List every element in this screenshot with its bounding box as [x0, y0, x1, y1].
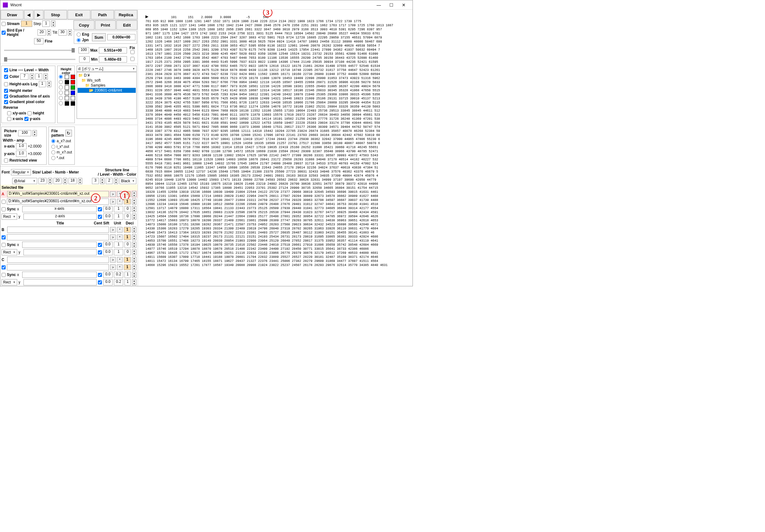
drive-combo[interactable]: d: [ボリューム]▼: [77, 66, 137, 72]
picsize-spinner[interactable]: ▲▼: [33, 130, 37, 136]
hlog-spinner[interactable]: ▲▼: [47, 81, 51, 87]
jpn-radio[interactable]: [77, 38, 81, 42]
c-y-d[interactable]: 1: [125, 279, 131, 285]
b-y-d[interactable]: 0: [125, 249, 131, 255]
b-x-chk[interactable]: [98, 243, 102, 247]
restricted-view-checkbox[interactable]: [4, 158, 8, 162]
c-deci-spinner[interactable]: ▲▼: [132, 257, 136, 263]
a-y-chk[interactable]: [98, 215, 102, 219]
a-x-cs[interactable]: 0.0: [103, 206, 113, 212]
next-button[interactable]: ▶: [34, 10, 43, 19]
a-x-axis[interactable]: x-axis: [22, 206, 97, 212]
sync-b-checkbox[interactable]: [2, 243, 6, 247]
font-s3[interactable]: 18: [69, 178, 77, 184]
s3-spinner[interactable]: ▲▼: [78, 178, 82, 184]
a2-star-button[interactable]: *: [117, 199, 123, 204]
hc-radio-0[interactable]: [59, 75, 63, 79]
file-b2-checkbox[interactable]: [2, 235, 6, 239]
colorw-spinner[interactable]: ▲▼: [43, 74, 48, 80]
eng-radio[interactable]: [77, 33, 81, 37]
hmeter-checkbox[interactable]: [4, 89, 8, 93]
replica-button[interactable]: Replica: [115, 10, 137, 19]
l1-spinner[interactable]: ▲▼: [100, 178, 105, 184]
colorv-spinner[interactable]: ▲▼: [30, 74, 34, 80]
c-y-chk[interactable]: [98, 280, 102, 284]
sum-button[interactable]: Sum: [92, 33, 106, 41]
birdeye-checkbox[interactable]: [2, 31, 6, 35]
b2-deci-spinner[interactable]: ▲▼: [132, 234, 136, 240]
hlog-v[interactable]: 1: [39, 81, 46, 87]
file-c2-checkbox[interactable]: [2, 265, 6, 269]
line-checkbox[interactable]: [4, 68, 8, 72]
stream-value[interactable]: 1: [21, 21, 32, 27]
sync-c-checkbox[interactable]: [2, 273, 6, 277]
a-y-d[interactable]: 0: [125, 213, 131, 220]
c2-deci[interactable]: 1: [124, 264, 131, 270]
b-x-spinner[interactable]: ▲▼: [132, 242, 136, 248]
color-w[interactable]: 1: [35, 74, 42, 80]
slider-2[interactable]: [4, 59, 75, 60]
rect-b-combo[interactable]: Rect▼: [2, 249, 17, 255]
slider-1[interactable]: [4, 50, 75, 51]
rev-xy-checkbox[interactable]: [7, 111, 11, 115]
c-deci[interactable]: 1: [124, 257, 131, 263]
fix-max-checkbox[interactable]: [130, 50, 135, 54]
a-x-chk[interactable]: [98, 207, 102, 211]
tilt-value[interactable]: 30: [59, 29, 67, 36]
b-y-unit[interactable]: 1: [114, 249, 123, 255]
c-x-chk[interactable]: [98, 273, 102, 277]
stop-button[interactable]: Stop: [44, 10, 67, 19]
font-family-combo[interactable]: @Arial▼: [12, 178, 37, 184]
fix-min-checkbox[interactable]: [130, 57, 135, 61]
b-x-d[interactable]: 0: [125, 242, 131, 248]
hc-sw-1a[interactable]: [65, 80, 69, 85]
wa-y-v[interactable]: 1.0: [16, 151, 27, 157]
font-s2[interactable]: 20: [54, 178, 62, 184]
a-y-cs[interactable]: 0.0: [103, 213, 113, 220]
data-output-pane[interactable]: ▶ 101 151 2.0000 3.0000 -5 546 761 835 9…: [138, 10, 412, 282]
hc-radio-2[interactable]: [59, 85, 63, 90]
path-button[interactable]: Path: [91, 10, 114, 19]
prev-button[interactable]: ◀: [24, 10, 33, 19]
hc-sw-3a[interactable]: [65, 91, 69, 95]
hc-sw-4b[interactable]: [71, 96, 75, 100]
step-spinner[interactable]: ▲▼: [51, 21, 55, 27]
a-x-d[interactable]: 0: [125, 206, 131, 212]
step-value[interactable]: 1: [42, 21, 50, 27]
height-spinner[interactable]: ▲▼: [47, 29, 51, 36]
c-y-cs[interactable]: 0.0: [103, 279, 113, 285]
struct-color-combo[interactable]: Black▼: [120, 178, 136, 184]
gpx-checkbox[interactable]: [4, 100, 8, 104]
grad-checkbox[interactable]: [4, 95, 8, 99]
c2-gt-button[interactable]: >: [110, 264, 116, 270]
a2-gt-button[interactable]: >: [110, 199, 116, 204]
b-x-cs[interactable]: 0.0: [103, 242, 113, 248]
c-y-unit[interactable]: 0.2: [114, 279, 123, 285]
file-a2-checkbox[interactable]: [2, 200, 6, 204]
hlog-checkbox[interactable]: [4, 82, 8, 86]
b-x-axis[interactable]: [22, 242, 97, 248]
b-deci[interactable]: 1: [124, 227, 131, 233]
pattern-4-radio[interactable]: [51, 156, 55, 160]
hc-sw-2b[interactable]: [71, 85, 75, 90]
c-y-axis[interactable]: [23, 279, 97, 285]
exit-button[interactable]: Exit: [68, 10, 90, 19]
c-x-cs[interactable]: 0.0: [103, 272, 113, 278]
c-star-button[interactable]: *: [117, 257, 123, 263]
a-y-axis[interactable]: z-axis: [23, 213, 97, 220]
s2-spinner[interactable]: ▲▼: [63, 178, 67, 184]
h2-value[interactable]: 50: [34, 38, 43, 44]
b-y-axis[interactable]: [23, 249, 97, 255]
c2-deci-spinner[interactable]: ▲▼: [132, 264, 136, 270]
file-b-path[interactable]: [7, 227, 109, 233]
a-y-unit[interactable]: 1: [114, 213, 123, 220]
c-y-spinner[interactable]: ▲▼: [132, 279, 136, 285]
draw-button[interactable]: Draw: [1, 10, 23, 19]
file-b2-path[interactable]: [7, 234, 109, 240]
b-gt-button[interactable]: >: [110, 227, 116, 233]
picsize-v[interactable]: 100: [18, 130, 31, 136]
slider1-val[interactable]: 100: [79, 47, 89, 54]
rect-a-combo[interactable]: Rect▼: [2, 213, 17, 220]
hc-radio-4[interactable]: [59, 96, 63, 100]
hc-sw-5b[interactable]: [71, 101, 75, 106]
